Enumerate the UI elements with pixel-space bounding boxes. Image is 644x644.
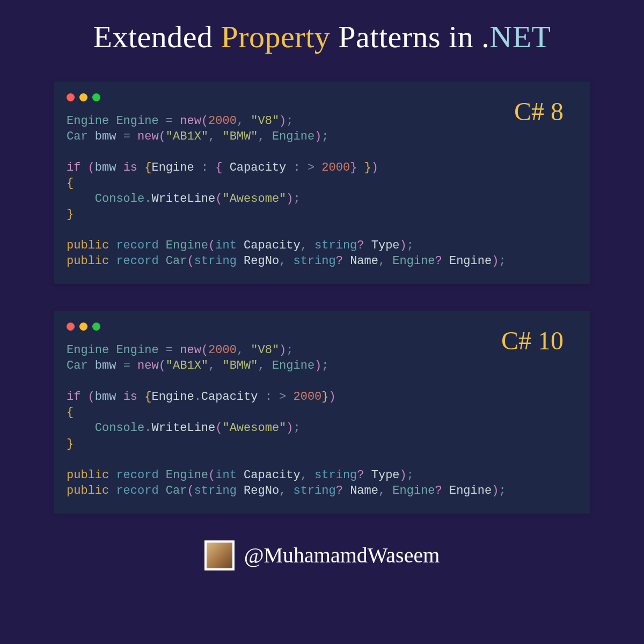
avatar xyxy=(204,540,235,570)
page-title: Extended Property Patterns in .NET xyxy=(0,0,644,65)
footer: @MuhamamdWaseem xyxy=(0,540,644,570)
code-panel-csharp10: C# 10 Engine Engine = new(2000, "V8"); C… xyxy=(54,311,590,513)
title-part2: Patterns in . xyxy=(330,19,489,54)
close-icon xyxy=(67,93,75,101)
panels-container: C# 8 Engine Engine = new(2000, "V8"); Ca… xyxy=(0,65,644,514)
minimize-icon xyxy=(79,323,87,331)
minimize-icon xyxy=(79,93,87,101)
close-icon xyxy=(67,323,75,331)
code-block: Engine Engine = new(2000, "V8"); Car bmw… xyxy=(67,342,577,498)
maximize-icon xyxy=(92,323,100,331)
code-panel-csharp8: C# 8 Engine Engine = new(2000, "V8"); Ca… xyxy=(54,82,590,284)
title-part1: Extended xyxy=(93,19,221,54)
title-accent2: NET xyxy=(489,19,551,54)
maximize-icon xyxy=(92,93,100,101)
version-label: C# 10 xyxy=(501,326,564,355)
code-block: Engine Engine = new(2000, "V8"); Car bmw… xyxy=(67,113,577,269)
title-accent1: Property xyxy=(221,19,331,54)
version-label: C# 8 xyxy=(514,97,564,126)
author-handle: @MuhamamdWaseem xyxy=(244,543,440,568)
window-controls xyxy=(67,93,577,101)
